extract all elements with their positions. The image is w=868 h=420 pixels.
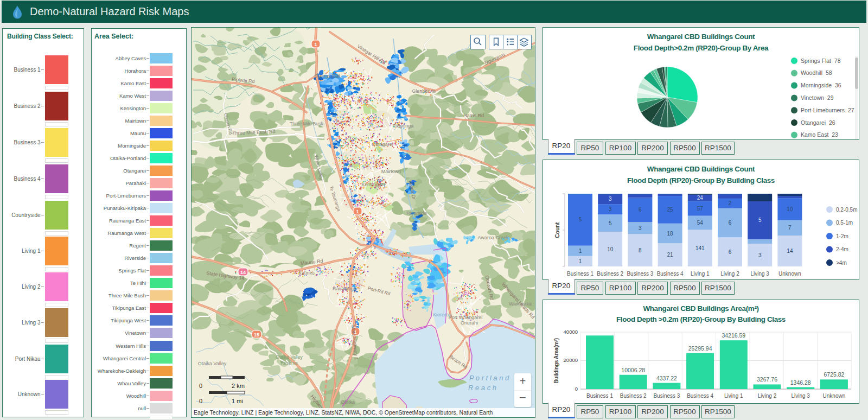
- svg-text:1: 1: [579, 258, 582, 264]
- svg-text:1346.28: 1346.28: [790, 379, 811, 386]
- svg-text:Glenbervie: Glenbervie: [412, 88, 436, 94]
- svg-text:Raumanga: Raumanga: [333, 286, 356, 291]
- svg-text:Springs Flat 78: Springs Flat 78: [801, 58, 841, 64]
- svg-text:Three Mile Bush: Three Mile Bush: [290, 121, 323, 126]
- svg-text:Otangarei: Otangarei: [372, 142, 393, 147]
- svg-text:Living 2: Living 2: [720, 271, 739, 277]
- svg-text:6: 6: [729, 220, 732, 226]
- svg-text:Living 2: Living 2: [758, 393, 777, 399]
- svg-text:Riverside: Riverside: [406, 211, 427, 216]
- svg-text:10: 10: [787, 206, 793, 212]
- svg-text:0: 0: [575, 386, 578, 392]
- svg-text:Kensington: Kensington: [362, 182, 385, 187]
- svg-text:>4m: >4m: [836, 260, 847, 266]
- svg-text:Count: Count: [554, 222, 560, 238]
- svg-text:Living 1: Living 1: [724, 393, 743, 399]
- svg-text:3: 3: [609, 196, 612, 202]
- svg-text:7: 7: [788, 225, 792, 231]
- svg-text:2: 2: [729, 200, 732, 206]
- svg-text:P o r t l a n d: P o r t l a n d: [469, 374, 509, 382]
- svg-text:Kamo East 23: Kamo East 23: [801, 131, 838, 138]
- svg-text:18: 18: [667, 231, 674, 237]
- svg-text:0.2-0.5m: 0.2-0.5m: [836, 207, 857, 213]
- svg-text:4337.22: 4337.22: [656, 375, 677, 381]
- svg-text:Buildings Area(m²): Buildings Area(m²): [553, 338, 559, 384]
- svg-text:54: 54: [697, 220, 704, 226]
- svg-text:0: 0: [199, 398, 202, 404]
- svg-text:Business 1: Business 1: [586, 393, 613, 399]
- svg-text:Unknown: Unknown: [823, 393, 846, 399]
- svg-text:Living 1: Living 1: [691, 271, 710, 277]
- svg-text:21: 21: [667, 252, 674, 258]
- svg-text:Onerahi: Onerahi: [461, 320, 478, 326]
- svg-text:R e a c h: R e a c h: [468, 384, 496, 392]
- svg-text:Mairtown: Mairtown: [381, 169, 401, 174]
- svg-text:0: 0: [199, 383, 202, 389]
- svg-text:5: 5: [758, 217, 762, 223]
- svg-text:141: 141: [695, 245, 705, 251]
- svg-text:Otangarei 26: Otangarei 26: [801, 119, 835, 126]
- svg-text:1: 1: [314, 42, 317, 47]
- svg-text:Business 4: Business 4: [687, 393, 713, 399]
- svg-text:1: 1: [579, 248, 582, 254]
- svg-text:Port-Limeburners 27: Port-Limeburners 27: [801, 107, 854, 113]
- svg-text:3: 3: [609, 206, 612, 212]
- svg-text:5: 5: [609, 220, 612, 226]
- svg-text:2 km: 2 km: [232, 383, 245, 389]
- svg-text:Otaika: Otaika: [341, 399, 355, 405]
- svg-text:Kioreroa: Kioreroa: [433, 312, 451, 317]
- svg-text:40000: 40000: [564, 329, 578, 335]
- svg-text:Vinetown 29: Vinetown 29: [801, 94, 834, 101]
- svg-text:3: 3: [639, 225, 642, 231]
- svg-text:Business 2: Business 2: [597, 271, 623, 277]
- svg-text:3267.76: 3267.76: [757, 376, 777, 383]
- svg-text:57: 57: [697, 206, 704, 212]
- svg-text:Business 2: Business 2: [620, 393, 647, 399]
- svg-text:Harris Rd: Harris Rd: [463, 113, 484, 118]
- svg-text:1: 1: [356, 209, 359, 214]
- svg-text:20000: 20000: [564, 357, 578, 363]
- svg-text:Otaika Valley: Otaika Valley: [198, 361, 227, 366]
- svg-text:Unknown: Unknown: [778, 271, 801, 277]
- svg-text:8: 8: [639, 247, 642, 253]
- svg-text:Business 3: Business 3: [653, 393, 680, 399]
- svg-text:34216.59: 34216.59: [722, 332, 745, 339]
- svg-text:Business 4: Business 4: [657, 271, 684, 277]
- svg-text:Springs Flat: Springs Flat: [314, 73, 341, 79]
- svg-text:5: 5: [579, 217, 582, 222]
- svg-text:Business 1: Business 1: [567, 271, 593, 277]
- svg-text:Business 3: Business 3: [627, 271, 653, 277]
- svg-text:14: 14: [787, 248, 793, 254]
- svg-text:6725.82: 6725.82: [824, 371, 844, 378]
- svg-text:15: 15: [254, 332, 259, 338]
- svg-text:25295.94: 25295.94: [688, 345, 712, 352]
- svg-text:Living 3: Living 3: [750, 271, 769, 277]
- svg-text:6: 6: [729, 249, 732, 255]
- svg-text:10006.28: 10006.28: [621, 367, 645, 373]
- svg-text:Living 3: Living 3: [791, 393, 810, 399]
- svg-text:Woodhill 58: Woodhill 58: [801, 69, 832, 76]
- svg-text:2-4m: 2-4m: [836, 246, 848, 252]
- svg-text:Otaika Valley: Otaika Valley: [276, 354, 303, 360]
- svg-text:3: 3: [758, 252, 762, 258]
- svg-text:1-2m: 1-2m: [836, 233, 848, 239]
- svg-text:Kauriku: Kauriku: [299, 270, 315, 276]
- svg-text:10: 10: [607, 246, 614, 252]
- svg-text:1 mi: 1 mi: [232, 398, 243, 404]
- svg-text:0.5-1m: 0.5-1m: [836, 220, 853, 226]
- svg-text:Tikipunga: Tikipunga: [393, 123, 414, 129]
- svg-text:Port Whangarei: Port Whangarei: [449, 315, 483, 320]
- svg-text:Awaroa Creek: Awaroa Creek: [478, 235, 509, 240]
- svg-text:25: 25: [667, 207, 674, 213]
- svg-text:Reserve: Reserve: [280, 360, 298, 366]
- svg-text:24: 24: [697, 195, 704, 201]
- svg-text:14: 14: [240, 270, 246, 275]
- svg-text:6: 6: [639, 207, 642, 213]
- svg-text:Morningside 36: Morningside 36: [801, 82, 841, 88]
